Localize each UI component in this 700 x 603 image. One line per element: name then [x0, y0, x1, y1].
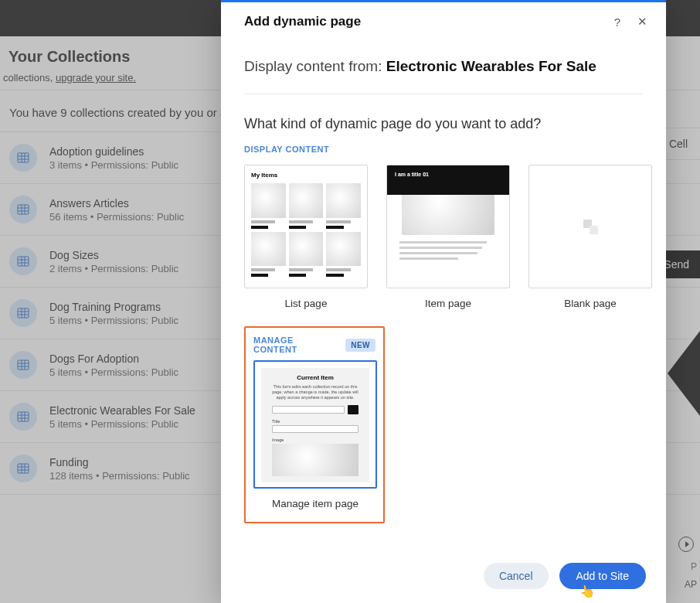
cancel-button[interactable]: Cancel — [484, 563, 549, 589]
cursor-icon: 👆 — [579, 582, 596, 599]
add-to-site-button[interactable]: Add to Site — [559, 563, 647, 589]
option-item-page[interactable]: I am a title 01 Item page — [386, 165, 510, 312]
preview-heading: My Items — [245, 165, 367, 182]
manage-item-preview: Current Item This form edits each collec… — [253, 360, 377, 489]
preview-label-image: Image — [272, 438, 358, 442]
section-manage-label: MANAGE CONTENT NEW — [253, 336, 375, 360]
option-label: Item page — [386, 288, 510, 312]
preview-label-title: Title — [272, 419, 358, 424]
preview-title: Current Item — [267, 374, 363, 381]
option-manage-item-page[interactable]: Current Item This form edits each collec… — [253, 360, 377, 513]
option-label: Manage item page — [253, 489, 377, 513]
new-badge: NEW — [345, 339, 375, 352]
option-label: Blank page — [528, 288, 652, 312]
list-page-preview: My Items — [244, 165, 368, 288]
close-icon[interactable]: ✕ — [634, 13, 651, 30]
option-label: List page — [244, 288, 368, 312]
display-from-value: Electronic Wearables For Sale — [386, 58, 596, 74]
option-list-page[interactable]: My Items List page — [244, 165, 368, 312]
preview-sub: This form edits each collection record o… — [267, 384, 363, 400]
item-page-preview: I am a title 01 — [386, 165, 510, 288]
display-from-prefix: Display content from: — [244, 58, 386, 74]
section-manage-text: MANAGE CONTENT — [253, 336, 339, 354]
section-display-label: DISPLAY CONTENT — [244, 140, 643, 162]
display-options-row: My Items List page I am a title 01 — [244, 162, 643, 326]
modal-title: Add dynamic page — [244, 14, 601, 29]
blank-page-preview — [528, 165, 652, 288]
add-dynamic-page-modal: Add dynamic page ? ✕ Display content fro… — [221, 0, 666, 603]
question-text: What kind of dynamic page do you want to… — [244, 94, 643, 140]
display-from-line: Display content from: Electronic Wearabl… — [244, 44, 643, 94]
preview-heading: I am a title 01 — [395, 172, 429, 177]
option-blank-page[interactable]: Blank page — [528, 165, 652, 312]
manage-section-highlight: MANAGE CONTENT NEW Current Item This for… — [244, 326, 385, 523]
help-icon[interactable]: ? — [609, 13, 626, 30]
